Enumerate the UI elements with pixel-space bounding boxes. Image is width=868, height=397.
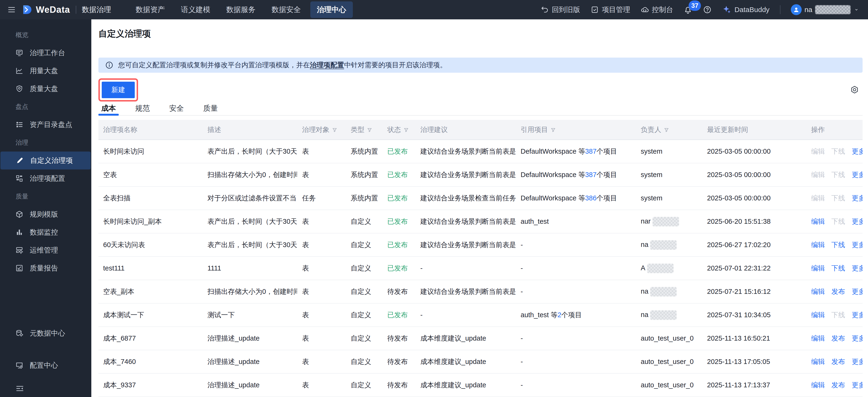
filter-icon[interactable] xyxy=(367,127,372,133)
help-icon[interactable] xyxy=(703,5,712,14)
status-badge: 待发布 xyxy=(387,381,408,389)
sidebar-item-entry[interactable]: 资产目录盘点 xyxy=(0,116,91,133)
filter-icon[interactable] xyxy=(403,127,409,133)
brand[interactable]: WeData 数据治理 xyxy=(21,4,111,15)
cell-description: 治理描述_update xyxy=(203,373,297,397)
tab-item[interactable]: 安全 xyxy=(166,103,187,115)
sidebar-item-label: 质量报告 xyxy=(30,264,58,273)
databuddy-button[interactable]: DataBuddy xyxy=(722,5,769,14)
action-link[interactable]: 编辑 xyxy=(811,311,825,318)
action-link[interactable]: 更多 xyxy=(852,241,863,248)
action-link[interactable]: 更多 xyxy=(852,171,863,178)
sidebar-item-entry[interactable]: 运维管理 xyxy=(0,241,91,259)
filter-icon[interactable] xyxy=(550,127,556,133)
tab-active[interactable]: 成本 xyxy=(98,103,119,115)
settings-gear-icon[interactable] xyxy=(850,85,859,95)
sidebar-item-entry[interactable]: 质量报告 xyxy=(0,259,91,277)
action-link[interactable]: 发布 xyxy=(831,288,845,295)
sidebar-item-entry[interactable]: 用量大盘 xyxy=(0,62,91,80)
cell-updated-time: 2025-11-13 16:50:21 xyxy=(702,327,806,350)
topnav-item[interactable]: 数据安全 xyxy=(265,1,308,18)
action-link[interactable]: 编辑 xyxy=(811,264,825,272)
ref-project-count-link[interactable]: 2 xyxy=(557,311,561,318)
sidebar-section-label: 质量 xyxy=(0,187,91,205)
action-link[interactable]: 发布 xyxy=(831,334,845,342)
topnav-item[interactable]: 数据资产 xyxy=(129,1,172,18)
action-link[interactable]: 编辑 xyxy=(811,334,825,342)
ref-project-count-link[interactable]: 387 xyxy=(585,148,596,155)
action-link[interactable]: 更多 xyxy=(852,288,863,295)
sidebar-item-label: 自定义治理项 xyxy=(30,156,73,165)
create-button[interactable]: 新建 xyxy=(102,82,135,98)
sidebar-footer-item[interactable]: 元数据中心 xyxy=(0,322,91,345)
tab-item[interactable]: 质量 xyxy=(200,103,221,115)
topnav-undo-button[interactable]: 回到旧版 xyxy=(540,5,580,14)
column-header-label: 治理对象 xyxy=(302,126,330,133)
sidebar-item-entry[interactable]: 数据监控 xyxy=(0,223,91,241)
sidebar-item-entry[interactable]: 规则模版 xyxy=(0,205,91,223)
action-link[interactable]: 发布 xyxy=(831,381,845,389)
wedata-logo-icon xyxy=(21,4,32,15)
ref-text: - xyxy=(521,334,523,342)
filter-icon[interactable] xyxy=(332,127,338,133)
report-doc-icon xyxy=(15,264,24,272)
action-link[interactable]: 更多 xyxy=(852,264,863,272)
ref-project-count-link[interactable]: 387 xyxy=(585,171,596,178)
action-link[interactable]: 更多 xyxy=(852,334,863,342)
action-link[interactable]: 下线 xyxy=(831,241,845,248)
owner-text: system xyxy=(641,194,662,202)
table-row: 成本_9337治理描述_update表自定义待发布成本维度建议_update-a… xyxy=(98,373,863,397)
topnav-project-manage-button[interactable]: 项目管理 xyxy=(590,5,630,14)
ref-project-count-link[interactable]: 386 xyxy=(585,194,596,202)
cell-owner: system xyxy=(636,186,702,210)
action-link[interactable]: 编辑 xyxy=(811,288,825,295)
notification-bell-icon[interactable]: 37 xyxy=(683,5,692,14)
topnav-item[interactable]: 数据服务 xyxy=(220,1,262,18)
sidebar-item-entry[interactable]: 治理项配置 xyxy=(0,170,91,187)
action-link[interactable]: 下线 xyxy=(831,264,845,272)
status-badge: 待发布 xyxy=(387,358,408,365)
cell-updated-time: 2025-11-13 17:13:37 xyxy=(702,373,806,397)
owner-redacted xyxy=(653,217,679,226)
menu-toggle-icon[interactable] xyxy=(0,5,21,14)
cell-description: 扫描出存储大小为0，创建时间大... xyxy=(203,280,297,303)
cell-status: 已发布 xyxy=(382,210,415,233)
action-link[interactable]: 发布 xyxy=(831,358,845,365)
action-link[interactable]: 编辑 xyxy=(811,218,825,225)
status-badge: 已发布 xyxy=(387,194,408,202)
column-header-label: 操作 xyxy=(811,126,825,133)
sidebar-item-label: 规则模版 xyxy=(30,210,58,219)
cell-name: 成本_6877 xyxy=(98,327,203,350)
sidebar-footer-item[interactable]: 配置中心 xyxy=(0,354,91,377)
action-link[interactable]: 更多 xyxy=(852,194,863,202)
cell-suggestion: 成本维度建议_update xyxy=(415,327,516,350)
sidebar-item-entry[interactable]: 质量大盘 xyxy=(0,80,91,98)
table-row: 空表_副本扫描出存储大小为0，创建时间大...表自定义待发布建议结合业务场景判断… xyxy=(98,280,863,303)
action-link[interactable]: 更多 xyxy=(852,311,863,318)
action-link[interactable]: 更多 xyxy=(852,148,863,155)
topnav-console-cloud-button[interactable]: 控制台 xyxy=(641,5,673,14)
action-link[interactable]: 编辑 xyxy=(811,241,825,248)
sidebar-item-active[interactable]: 自定义治理项 xyxy=(0,152,91,170)
table-row: 全表扫描对于分区或过滤条件设置不当，可...任务系统内置已发布建议结合业务场景检… xyxy=(98,186,863,210)
column-header-label: 描述 xyxy=(208,126,221,133)
banner-text-after: 中针对需要的项目开启该治理项。 xyxy=(344,61,447,69)
tab-item[interactable]: 规范 xyxy=(132,103,153,115)
topnav-item[interactable]: 治理中心 xyxy=(310,1,353,18)
user-menu[interactable]: na xyxy=(791,4,860,15)
sidebar-item-entry[interactable]: 治理工作台 xyxy=(0,44,91,62)
cell-suggestion: 成本维度建议_update xyxy=(415,373,516,397)
column-header-label: 治理建议 xyxy=(420,126,448,133)
navbar-divider xyxy=(780,5,780,14)
banner-link[interactable]: 治理项配置 xyxy=(310,61,344,69)
action-link[interactable]: 更多 xyxy=(852,218,863,225)
action-link[interactable]: 更多 xyxy=(852,381,863,389)
action-link[interactable]: 编辑 xyxy=(811,381,825,389)
sidebar-collapse-icon[interactable] xyxy=(15,384,25,393)
cell-description: 测试一下 xyxy=(203,303,297,327)
filter-icon[interactable] xyxy=(663,127,669,133)
topnav-item[interactable]: 语义建模 xyxy=(175,1,217,18)
cell-object: 表 xyxy=(297,373,346,397)
action-link[interactable]: 更多 xyxy=(852,358,863,365)
action-link[interactable]: 编辑 xyxy=(811,358,825,365)
